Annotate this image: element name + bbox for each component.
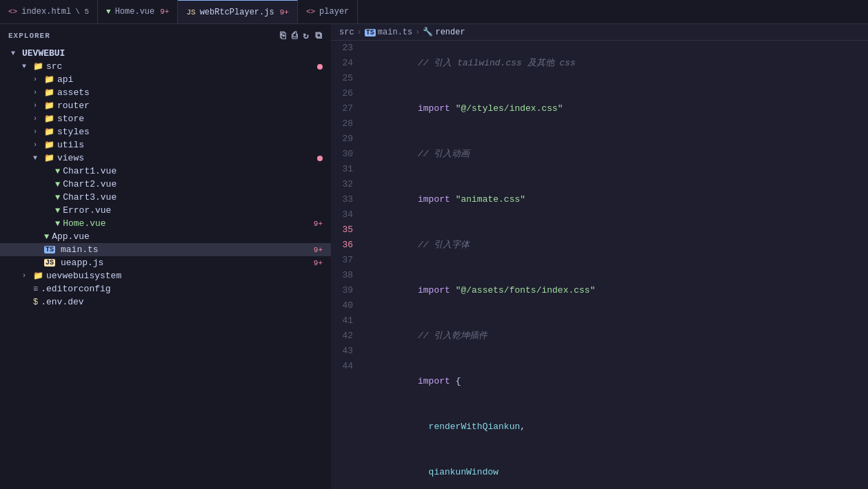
new-file-icon[interactable]: ⎘ xyxy=(280,30,286,41)
expand-arrow: ▼ xyxy=(22,63,33,70)
sidebar-item-label: App.vue xyxy=(52,231,331,242)
refresh-icon[interactable]: ↻ xyxy=(303,30,310,41)
line-numbers: 2324252627 2829303132 333435 36 37383940… xyxy=(331,41,359,489)
new-folder-icon[interactable]: ⎙ xyxy=(292,30,298,41)
sidebar-item-label: utils xyxy=(57,140,331,150)
sidebar-item-views[interactable]: ▼ 📁 views xyxy=(0,152,331,165)
breadcrumb: src › TSmain.ts › 🔧render xyxy=(331,24,868,41)
sidebar-item-label: Chart1.vue xyxy=(63,166,331,176)
sidebar-item-ueappjs[interactable]: JS ueapp.js 9+ xyxy=(0,256,331,269)
sidebar-item-label: styles xyxy=(57,127,331,137)
tab-badge: 9+ xyxy=(280,8,289,17)
tab-home-vue[interactable]: ▼ Home.vue 9+ xyxy=(98,0,178,23)
comment: // 引入 tailwind.css 及其他 css xyxy=(418,58,576,68)
ts-icon: TS xyxy=(44,246,55,253)
collapse-icon[interactable]: ⧉ xyxy=(315,30,323,41)
string: "animate.css" xyxy=(456,194,525,205)
tab-player[interactable]: <> player xyxy=(298,0,358,23)
folder-icon: 📁 xyxy=(33,271,43,281)
sidebar-item-label: .editorconfig xyxy=(41,284,331,294)
config-icon: ≡ xyxy=(33,284,38,294)
sidebar-item-label: api xyxy=(57,74,331,85)
breadcrumb-item-src: src xyxy=(339,28,354,37)
sidebar-item-chart1[interactable]: ▼ Chart1.vue xyxy=(0,165,331,178)
folder-icon: 📁 xyxy=(44,153,54,163)
sidebar-item-error[interactable]: ▼ Error.vue xyxy=(0,204,331,217)
sidebar-item-badge: 9+ xyxy=(314,220,331,228)
breadcrumb-item-render: 🔧render xyxy=(423,27,465,37)
code-line-30: import { xyxy=(364,359,862,404)
sidebar-item-assets[interactable]: › 📁 assets xyxy=(0,86,331,99)
tab-webrtcplayer[interactable]: JS webRtcPlayer.js 9+ xyxy=(178,0,297,23)
js-icon: JS xyxy=(186,8,195,17)
sidebar-root-label: UEVWEBUI xyxy=(22,48,331,59)
js-icon: JS xyxy=(44,259,55,267)
sidebar-item-label: Error.vue xyxy=(63,205,331,216)
sidebar-item-label: Chart2.vue xyxy=(63,179,331,189)
expand-arrow: › xyxy=(22,272,33,280)
vue-icon: ▼ xyxy=(44,232,49,242)
sidebar-item-app[interactable]: ▼ App.vue xyxy=(0,230,331,243)
op: { xyxy=(450,376,461,386)
sidebar-item-api[interactable]: › 📁 api xyxy=(0,73,331,86)
comment: // 引入字体 xyxy=(418,240,470,250)
folder-icon: 📁 xyxy=(44,140,54,150)
sidebar-item-label: Home.vue xyxy=(63,218,314,229)
sidebar-item-chart3[interactable]: ▼ Chart3.vue xyxy=(0,191,331,204)
code-line-23: // 引入 tailwind.css 及其他 css xyxy=(364,41,862,86)
main-layout: EXPLORER ⎘ ⎙ ↻ ⧉ ▼ UEVWEBUI ▼ 📁 src xyxy=(0,24,868,489)
sidebar-item-label: store xyxy=(57,114,331,124)
vue-icon: ▼ xyxy=(55,206,60,216)
modified-dot xyxy=(317,64,323,70)
sidebar-item-maints[interactable]: TS main.ts 9+ xyxy=(0,243,331,256)
string: "@/assets/fonts/index.css" xyxy=(456,285,596,295)
expand-arrow: ▼ xyxy=(33,154,44,162)
expand-arrow: › xyxy=(33,76,44,83)
tab-label: player xyxy=(319,7,349,17)
folder-icon: 📁 xyxy=(44,87,54,98)
sidebar-item-envdev[interactable]: $ .env.dev xyxy=(0,295,331,309)
sidebar-item-label: ueapp.js xyxy=(61,258,314,268)
sidebar-actions: ⎘ ⎙ ↻ ⧉ xyxy=(280,30,323,41)
folder-icon: 📁 xyxy=(44,74,54,85)
code-container[interactable]: 2324252627 2829303132 333435 36 37383940… xyxy=(331,41,868,489)
folder-icon: 📁 xyxy=(44,101,54,111)
sidebar-item-router[interactable]: › 📁 router xyxy=(0,99,331,112)
sidebar-item-root[interactable]: ▼ UEVWEBUI xyxy=(0,47,331,60)
sidebar-item-utils[interactable]: › 📁 utils xyxy=(0,138,331,152)
sidebar-item-badge: 9+ xyxy=(314,246,331,254)
code-line-29: // 引入乾坤插件 xyxy=(364,313,862,359)
sidebar-item-uevwebuisystem[interactable]: › 📁 uevwebuisystem xyxy=(0,269,331,282)
vue-icon: ▼ xyxy=(55,180,60,189)
tab-index-html[interactable]: <> index.html \ 5 xyxy=(0,0,98,23)
sidebar-item-store[interactable]: › 📁 store xyxy=(0,112,331,125)
expand-arrow: › xyxy=(33,128,44,136)
tab-label: index.html xyxy=(21,7,71,17)
sidebar-item-label: .env.dev xyxy=(41,297,331,307)
html-icon: <> xyxy=(306,8,315,16)
sidebar-item-styles[interactable]: › 📁 styles xyxy=(0,125,331,138)
folder-icon: 📁 xyxy=(44,114,54,124)
keyword: import xyxy=(418,376,450,386)
collapse-arrow: ▼ xyxy=(11,50,22,57)
sidebar-title: EXPLORER xyxy=(8,32,50,40)
sidebar-item-home[interactable]: ▼ Home.vue 9+ xyxy=(0,217,331,230)
code-line-31: renderWithQiankun, xyxy=(364,404,862,450)
sidebar-item-editorconfig[interactable]: ≡ .editorconfig xyxy=(0,282,331,295)
vue-icon: ▼ xyxy=(55,193,60,202)
vue-icon: ▼ xyxy=(55,219,60,229)
code-line-25: // 引入动画 xyxy=(364,132,862,177)
tab-bar: <> index.html \ 5 ▼ Home.vue 9+ JS webRt… xyxy=(0,0,868,24)
comment: // 引入乾坤插件 xyxy=(418,331,487,341)
expand-arrow: › xyxy=(33,89,44,96)
code-content[interactable]: // 引入 tailwind.css 及其他 css import "@/sty… xyxy=(359,41,868,489)
code-line-24: import "@/styles/index.css" xyxy=(364,86,862,132)
keyword: import xyxy=(418,194,456,205)
keyword: import xyxy=(418,285,456,295)
folder-icon: 📁 xyxy=(44,127,54,137)
tab-label: Home.vue xyxy=(115,7,155,17)
sidebar-item-src[interactable]: ▼ 📁 src xyxy=(0,60,331,73)
sidebar-item-chart2[interactable]: ▼ Chart2.vue xyxy=(0,178,331,191)
sidebar-item-label: src xyxy=(46,61,317,72)
sidebar-item-badge: 9+ xyxy=(314,259,331,267)
